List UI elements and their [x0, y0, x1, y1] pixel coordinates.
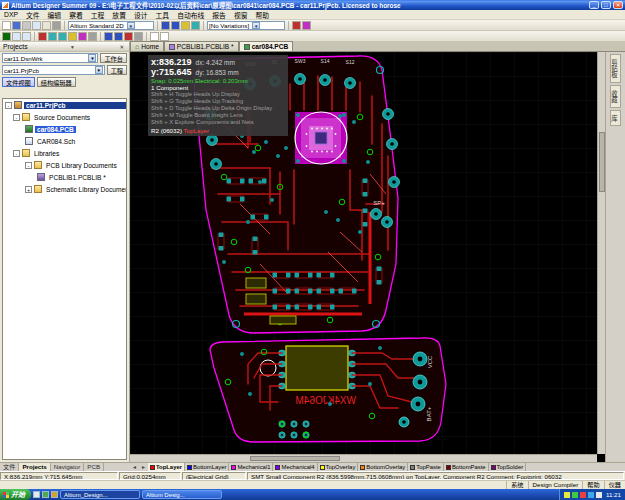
tree-item-car084-sch[interactable]: CAR084.Sch: [3, 135, 126, 147]
redo-icon[interactable]: [171, 21, 180, 30]
place-track-icon[interactable]: [38, 32, 47, 41]
tray-icon[interactable]: [580, 492, 586, 498]
undo-icon[interactable]: [161, 21, 170, 30]
snap-grid-icon[interactable]: [150, 32, 159, 41]
print-icon[interactable]: [22, 21, 31, 30]
tray-icon[interactable]: [588, 492, 594, 498]
select-icon[interactable]: [191, 21, 200, 30]
menu-dxp[interactable]: DXP: [0, 11, 22, 18]
open-icon[interactable]: [2, 21, 11, 30]
layer-scroll-left-icon[interactable]: ◄: [130, 464, 139, 470]
menu-file[interactable]: 文件: [22, 10, 44, 20]
fit-board-icon[interactable]: [2, 32, 11, 41]
tree-item-project[interactable]: - car11.PrjPcb: [3, 99, 126, 111]
workspace-combo[interactable]: car11.DsnWrk ▼: [2, 53, 98, 63]
horizontal-scrollbar[interactable]: [130, 454, 597, 462]
tab-car084-pcb[interactable]: car084.PCB: [239, 41, 294, 51]
title-bar[interactable]: Altium Designer Summer 09 - E:\电子工程文件\20…: [0, 0, 625, 10]
drc-icon[interactable]: [124, 32, 133, 41]
quick-launch-icon[interactable]: [42, 491, 49, 498]
structure-editor-button[interactable]: 结构编辑器: [37, 77, 76, 87]
zoom-selection-icon[interactable]: [22, 32, 31, 41]
dock-tab-libraries[interactable]: 库: [610, 110, 621, 126]
chip-u1[interactable]: [295, 112, 347, 164]
tree-item-label[interactable]: Schematic Library Documents: [44, 186, 127, 193]
place-via-icon[interactable]: [58, 32, 67, 41]
tray-icon[interactable]: [564, 492, 570, 498]
menu-tools[interactable]: 工具: [152, 10, 174, 20]
collapse-icon[interactable]: -: [5, 102, 12, 109]
tree-item-label[interactable]: car084.PCB: [35, 126, 76, 133]
unroute-icon[interactable]: [114, 32, 123, 41]
tree-item-pcb-library-documents[interactable]: - PCB Library Documents: [3, 159, 126, 171]
taskbar-item-altium-1[interactable]: Altium_Design...: [60, 490, 140, 499]
start-button[interactable]: 开始: [0, 489, 31, 500]
menu-autoroute[interactable]: 自动布线: [173, 10, 208, 20]
place-string-icon[interactable]: [68, 32, 77, 41]
menu-project[interactable]: 工程: [87, 10, 109, 20]
project-combo[interactable]: car11.PrjPcb ▼: [2, 65, 105, 75]
tree-item-label[interactable]: car11.PrjPcb: [24, 102, 126, 109]
tree-item-label[interactable]: PCB Library Documents: [44, 162, 119, 169]
copy-icon[interactable]: [52, 21, 61, 30]
tab-pcblib1[interactable]: PCBLIB1.PCBLIB *: [164, 41, 239, 51]
quick-launch-icon[interactable]: [51, 491, 58, 498]
panel-close-icon[interactable]: ✕: [117, 44, 126, 50]
sub-board[interactable]: VCC BAT+ WX4KJO64M: [210, 338, 446, 442]
chevron-down-icon[interactable]: ▼: [95, 66, 103, 74]
taskbar-item-altium-2[interactable]: Altium Desig...: [142, 490, 222, 499]
tree-item-schematic-library-documents[interactable]: + Schematic Library Documents: [3, 183, 126, 195]
tree-item-pcblib1[interactable]: PCBLIB1.PCBLIB *: [3, 171, 126, 183]
menu-reports[interactable]: 报告: [208, 10, 230, 20]
collapse-icon[interactable]: -: [25, 162, 32, 169]
board-wizard-icon[interactable]: [302, 21, 311, 30]
tree-item-label[interactable]: PCBLIB1.PCBLIB *: [47, 174, 108, 181]
tray-icon[interactable]: [596, 492, 602, 498]
autoroute-icon[interactable]: [104, 32, 113, 41]
tray-icon[interactable]: [572, 492, 578, 498]
save-icon[interactable]: [12, 21, 21, 30]
quick-launch-icon[interactable]: [33, 491, 40, 498]
dock-tab-favorites[interactable]: 收藏: [610, 85, 621, 108]
tree-item-label[interactable]: Libraries: [32, 150, 61, 157]
filter-icon[interactable]: [181, 21, 190, 30]
tab-home[interactable]: ⌂ Home: [130, 41, 164, 51]
collapse-icon[interactable]: -: [13, 114, 20, 121]
menu-window[interactable]: 视窗: [230, 10, 252, 20]
expand-icon[interactable]: +: [25, 186, 32, 193]
place-component-icon[interactable]: [88, 32, 97, 41]
zoom-icon[interactable]: [32, 21, 41, 30]
file-view-button[interactable]: 文件视图: [2, 77, 35, 87]
menu-edit[interactable]: 编辑: [44, 10, 66, 20]
view-style-combo[interactable]: Altium Standard 2D ▼: [68, 21, 154, 30]
place-polygon-icon[interactable]: [78, 32, 87, 41]
collapse-icon[interactable]: -: [13, 150, 20, 157]
panel-menu-icon[interactable]: ▾: [69, 44, 76, 50]
cross-probe-icon[interactable]: [292, 21, 301, 30]
menu-help[interactable]: 帮助: [252, 10, 274, 20]
maximize-button[interactable]: □: [601, 1, 611, 9]
minimize-button[interactable]: _: [589, 1, 599, 9]
cut-icon[interactable]: [42, 21, 51, 30]
workspace-button[interactable]: 工作台: [100, 53, 127, 63]
project-button[interactable]: 工程: [107, 65, 127, 75]
rules-icon[interactable]: [134, 32, 143, 41]
menu-view[interactable]: 察看: [65, 10, 87, 20]
menu-place[interactable]: 放置: [108, 10, 130, 20]
layer-scroll-right-icon[interactable]: ►: [139, 464, 148, 470]
tree-item-source-documents[interactable]: - Source Documents: [3, 111, 126, 123]
dock-tab-clipboard[interactable]: 剪贴板: [610, 54, 621, 83]
close-button[interactable]: ✕: [613, 1, 623, 9]
tree-item-label[interactable]: CAR084.Sch: [35, 138, 77, 145]
tree-item-libraries[interactable]: - Libraries: [3, 147, 126, 159]
tree-item-label[interactable]: Source Documents: [32, 114, 92, 121]
place-pad-icon[interactable]: [48, 32, 57, 41]
zoom-area-icon[interactable]: [12, 32, 21, 41]
vertical-scrollbar[interactable]: [597, 52, 605, 454]
chevron-down-icon[interactable]: ▼: [88, 54, 96, 62]
variations-combo[interactable]: [No Variations] ▼: [207, 21, 285, 30]
origin-icon[interactable]: [160, 32, 169, 41]
scrollbar-thumb[interactable]: [250, 456, 340, 461]
chevron-down-icon[interactable]: ▼: [252, 22, 260, 29]
menu-design[interactable]: 设计: [130, 10, 152, 20]
